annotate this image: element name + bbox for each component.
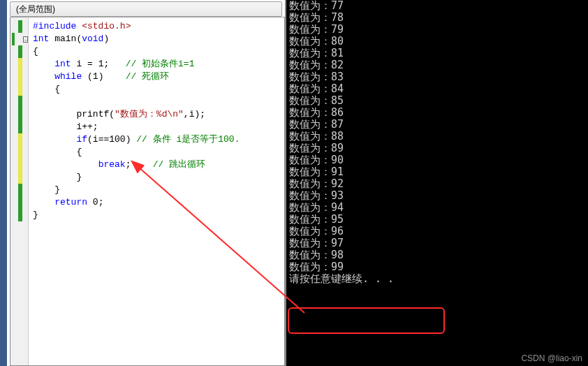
change-bar-unsaved	[18, 83, 22, 96]
console-line: 数值为：86	[289, 107, 585, 119]
change-bar-saved	[18, 121, 22, 133]
code-line[interactable]: break; // 跳出循环	[33, 159, 280, 171]
change-bar-unsaved	[18, 171, 22, 184]
gutter-row	[10, 196, 28, 209]
gutter: -	[10, 17, 29, 365]
change-bar-saved	[18, 209, 22, 221]
change-bar-saved	[18, 45, 22, 58]
code-line[interactable]: #include <stdio.h>	[33, 20, 280, 33]
gutter-row	[10, 71, 28, 83]
gutter-row	[10, 20, 28, 33]
gutter-row	[10, 108, 28, 121]
console-line: 数值为：79	[289, 24, 585, 36]
console-line: 数值为：77	[289, 0, 585, 12]
watermark: CSDN @liao-xin	[521, 353, 582, 363]
console-line: 数值为：94	[289, 202, 585, 214]
gutter-row	[10, 45, 28, 58]
press-any-key-prompt: 请按任意键继续. . .	[289, 273, 585, 285]
code-line[interactable]: }	[33, 209, 280, 221]
console-line: 数值为：82	[289, 59, 585, 71]
console-line: 数值为：85	[289, 95, 585, 107]
gutter-row	[10, 209, 28, 221]
console-line: 数值为：87	[289, 119, 585, 131]
console-line: 数值为：97	[289, 237, 585, 249]
scope-label: (全局范围)	[16, 3, 55, 15]
gutter-row	[10, 96, 28, 108]
code-area[interactable]: - #include <stdio.h>int main(void){ int …	[10, 17, 285, 366]
console-output: 数值为：77数值为：78数值为：79数值为：80数值为：81数值为：82数值为：…	[286, 0, 588, 366]
change-bar-saved	[12, 33, 15, 45]
change-bar-saved	[18, 196, 22, 209]
change-bar-saved	[18, 20, 22, 33]
console-line: 数值为：98	[289, 249, 585, 261]
gutter-row	[10, 159, 28, 171]
scope-dropdown[interactable]: (全局范围)	[10, 1, 282, 17]
change-bar-saved	[18, 108, 22, 121]
console-line: 数值为：90	[289, 154, 585, 166]
gutter-row	[10, 58, 28, 71]
change-bar-saved	[18, 96, 22, 108]
change-bar-unsaved	[18, 133, 22, 146]
code-line[interactable]: i++;	[33, 121, 280, 133]
gutter-row	[10, 121, 28, 133]
console-line: 数值为：81	[289, 47, 585, 59]
change-bar-unsaved	[18, 159, 22, 171]
console-line: 数值为：84	[289, 83, 585, 95]
code-editor-pane: (全局范围) - #include <stdio.h>int main(void…	[0, 0, 286, 366]
code-line[interactable]: int i = 1; // 初始条件i=1	[33, 58, 280, 71]
console-line: 数值为：96	[289, 226, 585, 237]
code-line[interactable]: while (1) // 死循环	[33, 71, 280, 83]
code-content[interactable]: #include <stdio.h>int main(void){ int i …	[29, 17, 284, 365]
console-line: 数值为：91	[289, 166, 585, 178]
gutter-row	[10, 184, 28, 196]
code-line[interactable]	[33, 96, 280, 108]
change-bar-saved	[18, 184, 22, 196]
console-line: 数值为：83	[289, 71, 585, 83]
console-line: 数值为：99	[289, 261, 585, 273]
fold-toggle-icon[interactable]: -	[23, 36, 28, 43]
console-line: 数值为：80	[289, 36, 585, 47]
left-margin-stripe	[0, 0, 7, 366]
gutter-row	[10, 146, 28, 159]
console-line: 数值为：92	[289, 178, 585, 190]
change-bar-unsaved	[18, 146, 22, 159]
code-line[interactable]: }	[33, 184, 280, 196]
gutter-row	[10, 171, 28, 184]
code-line[interactable]: int main(void)	[33, 33, 280, 45]
code-line[interactable]: return 0;	[33, 196, 280, 209]
code-line[interactable]: {	[33, 83, 280, 96]
code-line[interactable]: printf("数值为：%d\n",i);	[33, 108, 280, 121]
change-bar-unsaved	[18, 58, 22, 71]
code-line[interactable]: {	[33, 146, 280, 159]
console-line: 数值为：78	[289, 12, 585, 24]
gutter-row	[10, 133, 28, 146]
console-line: 数值为：95	[289, 214, 585, 226]
code-line[interactable]: {	[33, 45, 280, 58]
gutter-row: -	[10, 33, 28, 45]
console-line: 数值为：88	[289, 131, 585, 142]
gutter-row	[10, 83, 28, 96]
change-bar-unsaved	[18, 71, 22, 83]
code-line[interactable]: }	[33, 171, 280, 184]
code-line[interactable]: if(i==100) // 条件 i是否等于100.	[33, 133, 280, 146]
console-line: 数值为：93	[289, 190, 585, 202]
console-line: 数值为：89	[289, 142, 585, 154]
